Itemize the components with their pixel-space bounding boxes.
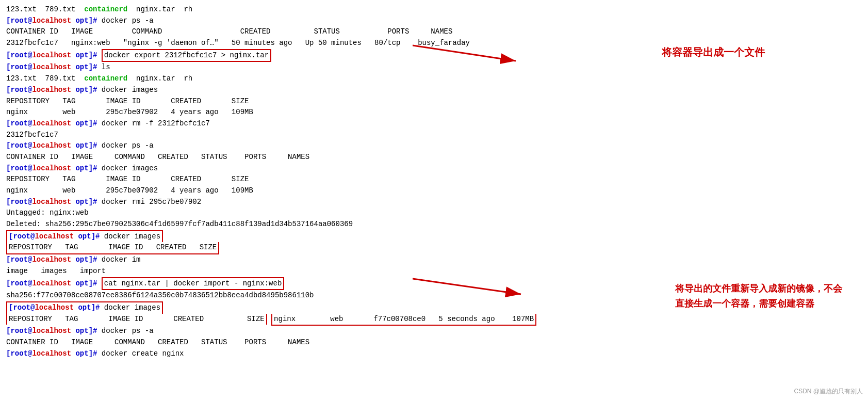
line-20: Deleted: sha256:295c7be079025306c4f1d659… [6,219,664,230]
svg-line-1 [413,45,516,61]
line-4-container: 2312fbcfc1c7 nginx:web "nginx -g 'daemon… [6,38,664,49]
prompt-32: [root@localhost opt]# [6,349,102,358]
line-28-header: REPOSITORY TAG IMAGE ID CREATED SIZE [6,314,267,325]
line-14-header: CONTAINER ID IMAGE COMMAND CREATED STATU… [6,152,664,163]
line-25: [root@localhost opt]# cat nginx.tar | do… [6,277,664,291]
line-3-header: CONTAINER ID IMAGE COMMAND CREATED STATU… [6,26,664,38]
arrow-1 [413,40,542,82]
cmd-21: docker images [104,232,160,241]
line-10: nginx web 295c7be07902 4 years ago 109MB [6,107,664,118]
line-15: [root@localhost opt]# docker images [6,163,664,174]
ls-output-1: 123.txt 789.txt containerd nginx.tar rh [6,5,192,13]
line-1: 123.txt 789.txt containerd nginx.tar rh [6,4,664,15]
arrow-2 [413,274,547,315]
line-19: Untagged: nginx:web [6,207,664,219]
line-12: 2312fbcfc1c7 [6,130,664,141]
cmd-15: docker images [102,164,158,172]
svg-line-3 [413,279,521,294]
cmd-11: docker rm -f 2312fbcfc1c7 [102,119,210,127]
line-22-header: REPOSITORY TAG IMAGE ID CREATED SIZE [6,242,664,254]
line-23: [root@localhost opt]# docker im [6,254,664,266]
prompt-21: [root@localhost opt]# [9,232,104,241]
line-31-header: CONTAINER ID IMAGE COMMAND CREATED STATU… [6,337,664,348]
cmd-5-boxed: docker export 2312fbcfc1c7 > nginx.tar [102,49,271,62]
line-16-header: REPOSITORY TAG IMAGE ID CREATED SIZE [6,174,664,185]
line-6: [root@localhost opt]# ls [6,62,664,73]
line-29-data: nginx web f77c00708ce0 5 seconds ago 107… [271,314,536,326]
prompt-15: [root@localhost opt]# [6,164,102,172]
cmd-18: docker rmi 295c7be07902 [102,198,201,206]
annotation-1: 将容器导出成一个文件 [662,45,765,59]
line-9-header: REPOSITORY TAG IMAGE ID CREATED SIZE [6,96,664,107]
cmd-23: docker im [102,255,141,264]
annotation-2: 将导出的文件重新导入成新的镜像，不会直接生成一个容器，需要创建容器 [675,281,842,311]
prompt-11: [root@localhost opt]# [6,119,102,127]
prompt-25: [root@localhost opt]# [6,279,102,287]
prompt-27: [root@localhost opt]# [9,303,104,312]
line-26: sha256:f77c00708ce08707ee8386f6124a350c0… [6,290,664,301]
line-5: [root@localhost opt]# docker export 2312… [6,49,664,62]
line-30: [root@localhost opt]# docker ps -a [6,326,664,337]
line-27: [root@localhost opt]# docker images [6,301,664,314]
csdn-watermark: CSDN @尴尬的只有别人 [794,387,863,396]
line-11: [root@localhost opt]# docker rm -f 2312f… [6,118,664,130]
prompt-18: [root@localhost opt]# [6,198,102,206]
line-21: [root@localhost opt]# docker images [6,230,664,243]
line-32: [root@localhost opt]# docker create ngin… [6,348,664,360]
prompt-6: [root@localhost opt]# [6,63,102,71]
cmd-27: docker images [104,303,160,312]
line-8: [root@localhost opt]# docker images [6,85,664,96]
cmd-25-boxed: cat nginx.tar | docker import - nginx:we… [102,277,284,291]
line-18: [root@localhost opt]# docker rmi 295c7be… [6,197,664,208]
prompt-2: [root@localhost opt]# [6,17,102,25]
terminal-output: 123.txt 789.txt containerd nginx.tar rh … [0,0,670,363]
line-13: [root@localhost opt]# docker ps -a [6,140,664,152]
line-24-suggest: image images import [6,266,664,277]
prompt-13: [root@localhost opt]# [6,141,102,150]
line-17: nginx web 295c7be07902 4 years ago 109MB [6,185,664,197]
prompt-8: [root@localhost opt]# [6,86,102,94]
prompt-30: [root@localhost opt]# [6,327,102,335]
prompt-23: [root@localhost opt]# [6,255,102,264]
cmd-32: docker create nginx [102,349,184,358]
cmd-2: docker ps -a [102,17,154,25]
cmd-30: docker ps -a [102,327,154,335]
line-2: [root@localhost opt]# docker ps -a [6,15,664,27]
line-7-ls: 123.txt 789.txt containerd nginx.tar rh [6,73,664,85]
prompt-5: [root@localhost opt]# [6,51,102,59]
cmd-6: ls [102,63,110,71]
cmd-13: docker ps -a [102,141,154,150]
cmd-8: docker images [102,86,158,94]
